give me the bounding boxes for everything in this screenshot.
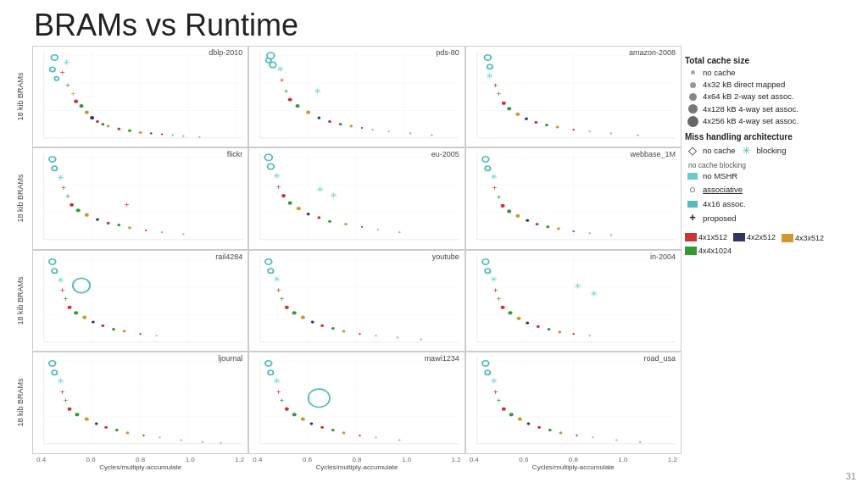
legend-proposed: + proposed	[685, 211, 853, 225]
subplot-mawi1234: mawi1234 ✳ +	[248, 352, 465, 454]
y-axis-label-row0: 18 kib BRAMs	[8, 46, 32, 148]
svg-point-192	[359, 333, 362, 335]
svg-point-28	[171, 134, 174, 136]
svg-text:+: +	[280, 295, 285, 303]
svg-point-125	[361, 226, 364, 228]
svg-point-113	[268, 164, 275, 169]
subplot-amazon-2008: amazon-2008 ✳ + +	[465, 46, 682, 148]
svg-point-240	[159, 437, 161, 439]
svg-point-124	[344, 223, 348, 225]
svg-point-190	[331, 327, 335, 330]
x-axis-title-col2: Cycles/multiply-accumulate	[532, 463, 615, 471]
svg-point-243	[220, 442, 222, 444]
svg-point-237	[115, 429, 119, 431]
legend-associative: ○ associative	[685, 183, 853, 197]
svg-point-257	[285, 408, 289, 411]
svg-point-94	[70, 203, 74, 207]
svg-point-215	[547, 328, 550, 330]
subplot-road_usa: road_usa ✳ + +	[465, 352, 682, 454]
subplot-webbase_1M: webbase_1M ✳ + +	[465, 147, 682, 250]
svg-point-194	[397, 336, 399, 338]
svg-point-48	[318, 116, 321, 119]
subplot-dblp-2010: dblp-2010	[32, 46, 248, 148]
svg-point-144	[535, 223, 538, 225]
svg-point-40	[270, 62, 276, 67]
x-axis-title-col1: Cycles/multiply-accumulate	[316, 463, 398, 471]
legend-color-row: 4x1x512 4x2x512 4x3x512 4x4x1024	[685, 232, 853, 255]
svg-point-117	[288, 202, 292, 205]
svg-point-166	[82, 315, 86, 319]
svg-point-49	[328, 119, 331, 122]
svg-point-19	[90, 116, 94, 119]
svg-point-99	[117, 224, 120, 226]
svg-point-279	[501, 408, 505, 411]
legend-no-cache-marker: ◇ no cache ✳ blocking	[685, 144, 853, 158]
svg-point-204	[485, 269, 490, 273]
svg-text:✳: ✳	[330, 191, 338, 200]
svg-point-181	[268, 269, 273, 273]
svg-point-70	[501, 101, 505, 104]
svg-point-266	[398, 440, 401, 441]
svg-point-21	[101, 123, 104, 125]
svg-point-158	[73, 278, 90, 292]
legend-4x1x512: 4x1x512	[685, 232, 727, 242]
svg-point-235	[95, 423, 98, 425]
subplot-in-2004: in-2004 ✳ + +	[465, 250, 682, 352]
x-axis-title-col0: Cycles/multiply-accumulate	[99, 463, 181, 471]
svg-point-185	[285, 305, 289, 308]
svg-point-95	[76, 208, 81, 212]
svg-point-217	[572, 333, 575, 335]
svg-point-56	[409, 132, 412, 134]
svg-point-25	[139, 130, 142, 133]
svg-point-145	[546, 225, 549, 228]
svg-point-191	[342, 330, 346, 332]
svg-text:+: +	[125, 201, 130, 209]
svg-point-140	[500, 204, 504, 208]
svg-point-281	[517, 418, 521, 421]
svg-point-260	[310, 423, 314, 425]
svg-point-283	[537, 426, 541, 429]
svg-point-188	[311, 320, 314, 323]
legend-cache-title: Total cache size	[685, 56, 853, 65]
svg-point-116	[281, 194, 286, 197]
svg-point-143	[526, 219, 529, 222]
y-axis-label-row1: 18 kib BRAMs	[8, 147, 32, 250]
legend: Total cache size no cache 4x32 kB direct…	[682, 46, 860, 480]
legend-4x2x512: 4x2x512	[733, 232, 776, 242]
svg-point-285	[559, 432, 562, 435]
svg-text:+: +	[63, 295, 68, 303]
svg-point-241	[181, 440, 183, 441]
svg-point-78	[588, 130, 591, 132]
svg-text:+: +	[280, 75, 285, 84]
svg-point-210	[516, 316, 520, 319]
svg-point-282	[526, 423, 530, 425]
svg-point-126	[377, 229, 380, 230]
svg-text:✳: ✳	[273, 376, 281, 385]
svg-text:+: +	[276, 182, 281, 191]
svg-text:+: +	[65, 192, 70, 201]
svg-point-262	[331, 429, 335, 431]
svg-text:✳: ✳	[63, 57, 71, 66]
svg-text:✳: ✳	[573, 281, 581, 291]
svg-point-211	[526, 321, 529, 324]
svg-point-232	[68, 408, 72, 411]
svg-point-233	[75, 413, 79, 417]
svg-point-261	[321, 426, 325, 429]
svg-point-195	[420, 338, 423, 340]
svg-point-77	[572, 129, 575, 130]
legend-no-cache: no cache	[685, 68, 853, 78]
svg-point-24	[128, 129, 131, 131]
svg-point-11	[54, 76, 58, 80]
svg-point-214	[537, 325, 540, 328]
svg-text:✳: ✳	[57, 274, 65, 284]
y-axis-label-row2: 18 kib BRAMs	[8, 250, 32, 352]
page-number: 31	[846, 471, 856, 481]
svg-text:+: +	[60, 286, 65, 294]
svg-point-169	[112, 328, 115, 330]
svg-point-149	[609, 235, 612, 236]
svg-point-103	[161, 231, 164, 233]
svg-point-146	[557, 227, 560, 230]
legend-no-mshr: no MSHR	[685, 171, 853, 181]
svg-point-264	[359, 435, 362, 436]
svg-point-118	[297, 207, 301, 210]
